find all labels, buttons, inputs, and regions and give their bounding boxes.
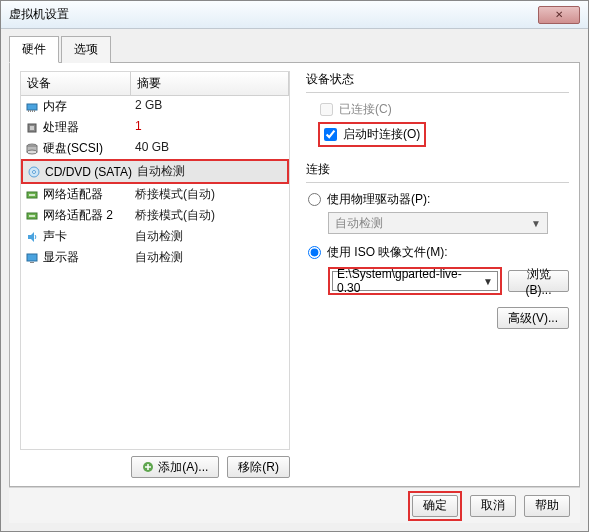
help-button[interactable]: 帮助 [524, 495, 570, 517]
tabs: 硬件 选项 [9, 35, 580, 63]
browse-button[interactable]: 浏览(B)... [508, 270, 569, 292]
device-summary: 桥接模式(自动) [131, 207, 289, 224]
device-name: 硬盘(SCSI) [43, 140, 103, 157]
window-title: 虚拟机设置 [9, 6, 69, 23]
group-device-status: 设备状态 已连接(C) 启动时连接(O) [306, 71, 569, 147]
device-summary: 桥接模式(自动) [131, 186, 289, 203]
header-device: 设备 [21, 72, 131, 95]
device-table-header: 设备 摘要 [21, 72, 289, 96]
svg-rect-2 [30, 110, 31, 112]
device-row-6[interactable]: 声卡自动检测 [21, 226, 289, 247]
chevron-down-icon: ▼ [483, 276, 493, 287]
device-summary: 自动检测 [131, 249, 289, 266]
svg-rect-13 [29, 194, 35, 196]
physical-drive-combo: 自动检测 ▼ [328, 212, 548, 234]
device-summary: 自动检测 [131, 228, 289, 245]
device-summary: 自动检测 [133, 163, 287, 180]
device-row-4[interactable]: 网络适配器桥接模式(自动) [21, 184, 289, 205]
cd-icon [27, 165, 41, 179]
ok-button-highlight: 确定 [408, 491, 462, 521]
checkbox-connect-at-poweron-highlight: 启动时连接(O) [318, 122, 426, 147]
device-name: CD/DVD (SATA) [45, 165, 132, 179]
device-row-2[interactable]: 硬盘(SCSI)40 GB [21, 138, 289, 159]
device-rows: 内存2 GB处理器1硬盘(SCSI)40 GBCD/DVD (SATA)自动检测… [21, 96, 289, 450]
device-row-1[interactable]: 处理器1 [21, 117, 289, 138]
plus-icon [142, 461, 154, 473]
svg-rect-16 [27, 254, 37, 261]
svg-rect-15 [29, 215, 35, 217]
device-summary: 40 GB [131, 140, 289, 157]
checkbox-connect-at-poweron-label: 启动时连接(O) [343, 126, 420, 143]
advanced-button[interactable]: 高级(V)... [497, 307, 569, 329]
radio-physical-label: 使用物理驱动器(P): [327, 191, 430, 208]
nic-icon [25, 209, 39, 223]
disk-icon [25, 142, 39, 156]
device-summary: 2 GB [131, 98, 289, 115]
cancel-button[interactable]: 取消 [470, 495, 516, 517]
iso-path-combo[interactable]: E:\System\gparted-live-0.30 ▼ [332, 271, 498, 291]
nic-icon [25, 188, 39, 202]
cpu-icon [25, 121, 39, 135]
radio-physical-row[interactable]: 使用物理驱动器(P): [308, 191, 569, 208]
iso-path-value: E:\System\gparted-live-0.30 [337, 267, 483, 295]
header-summary: 摘要 [131, 72, 289, 95]
device-summary: 1 [131, 119, 289, 136]
titlebar: 虚拟机设置 ✕ [1, 1, 588, 29]
checkbox-connect-at-poweron[interactable] [324, 128, 337, 141]
device-row-3[interactable]: CD/DVD (SATA)自动检测 [21, 159, 289, 184]
device-row-0[interactable]: 内存2 GB [21, 96, 289, 117]
svg-rect-17 [30, 262, 34, 263]
svg-rect-0 [27, 104, 37, 110]
device-row-5[interactable]: 网络适配器 2桥接模式(自动) [21, 205, 289, 226]
device-name: 处理器 [43, 119, 79, 136]
svg-rect-1 [28, 110, 29, 112]
tab-options[interactable]: 选项 [61, 36, 111, 63]
close-button[interactable]: ✕ [538, 6, 580, 24]
group-title-connection: 连接 [306, 161, 569, 178]
radio-iso[interactable] [308, 246, 321, 259]
dialog-footer: 确定 取消 帮助 [9, 487, 580, 523]
checkbox-connected-label: 已连接(C) [339, 101, 392, 118]
device-name: 显示器 [43, 249, 79, 266]
remove-button[interactable]: 移除(R) [227, 456, 290, 478]
group-title-status: 设备状态 [306, 71, 569, 88]
add-button[interactable]: 添加(A)... [131, 456, 219, 478]
radio-physical[interactable] [308, 193, 321, 206]
physical-drive-value: 自动检测 [335, 215, 383, 232]
checkbox-connected-row: 已连接(C) [320, 101, 569, 118]
device-row-7[interactable]: 显示器自动检测 [21, 247, 289, 268]
device-table: 设备 摘要 内存2 GB处理器1硬盘(SCSI)40 GBCD/DVD (SAT… [20, 71, 290, 450]
svg-rect-3 [32, 110, 33, 112]
device-name: 网络适配器 [43, 186, 103, 203]
display-icon [25, 251, 39, 265]
device-name: 内存 [43, 98, 67, 115]
chevron-down-icon: ▼ [531, 218, 541, 229]
svg-point-11 [33, 170, 36, 173]
ok-button[interactable]: 确定 [412, 495, 458, 517]
tab-hardware[interactable]: 硬件 [9, 36, 59, 63]
iso-path-highlight: E:\System\gparted-live-0.30 ▼ [328, 267, 502, 295]
svg-point-9 [27, 150, 37, 154]
device-name: 声卡 [43, 228, 67, 245]
svg-rect-6 [30, 126, 34, 130]
memory-icon [25, 100, 39, 114]
device-name: 网络适配器 2 [43, 207, 113, 224]
radio-iso-row[interactable]: 使用 ISO 映像文件(M): [308, 244, 569, 261]
svg-rect-4 [34, 110, 35, 112]
close-icon: ✕ [555, 9, 563, 20]
checkbox-connected [320, 103, 333, 116]
group-connection: 连接 使用物理驱动器(P): 自动检测 ▼ 使用 ISO 映 [306, 161, 569, 329]
sound-icon [25, 230, 39, 244]
radio-iso-label: 使用 ISO 映像文件(M): [327, 244, 448, 261]
